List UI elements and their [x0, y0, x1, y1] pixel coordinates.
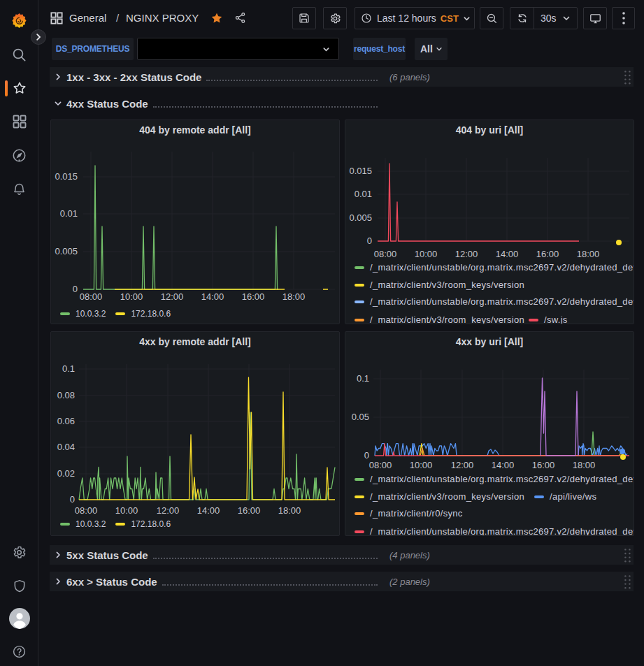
svg-text:10:00: 10:00 [415, 249, 438, 259]
svg-text:12:00: 12:00 [161, 291, 184, 302]
svg-text:14:00: 14:00 [496, 249, 519, 259]
svg-text:0: 0 [70, 494, 75, 505]
svg-text:16:00: 16:00 [532, 460, 555, 470]
svg-text:0.005: 0.005 [55, 246, 78, 256]
svg-text:0.005: 0.005 [349, 212, 372, 223]
svg-text:0: 0 [73, 284, 78, 294]
svg-text:0.08: 0.08 [57, 390, 75, 400]
svg-text:08:00: 08:00 [75, 505, 98, 516]
svg-text:10:00: 10:00 [120, 291, 143, 302]
svg-text:18:00: 18:00 [573, 460, 596, 470]
svg-text:10:00: 10:00 [410, 460, 433, 470]
svg-text:12:00: 12:00 [157, 505, 180, 516]
svg-text:12:00: 12:00 [451, 460, 474, 470]
svg-text:0.01: 0.01 [60, 208, 78, 219]
svg-text:16:00: 16:00 [242, 291, 265, 302]
svg-text:08:00: 08:00 [374, 249, 397, 259]
svg-text:16:00: 16:00 [536, 249, 559, 259]
svg-text:14:00: 14:00 [492, 460, 515, 470]
svg-text:18:00: 18:00 [278, 505, 301, 516]
svg-text:14:00: 14:00 [201, 291, 224, 302]
svg-text:0.02: 0.02 [57, 468, 75, 479]
svg-text:0.015: 0.015 [55, 171, 78, 182]
svg-text:12:00: 12:00 [455, 249, 478, 259]
svg-text:10:00: 10:00 [115, 505, 138, 516]
svg-text:18:00: 18:00 [282, 291, 306, 302]
svg-text:0.1: 0.1 [357, 373, 369, 384]
svg-text:0.05: 0.05 [352, 412, 369, 422]
svg-text:18:00: 18:00 [577, 249, 600, 259]
svg-text:0.04: 0.04 [57, 442, 75, 452]
svg-text:08:00: 08:00 [369, 460, 392, 470]
svg-text:0: 0 [364, 450, 369, 461]
svg-text:0.1: 0.1 [62, 363, 75, 374]
svg-text:0.015: 0.015 [349, 166, 372, 176]
svg-text:08:00: 08:00 [80, 291, 103, 302]
svg-text:0: 0 [367, 236, 372, 246]
svg-text:0.01: 0.01 [355, 189, 372, 199]
svg-text:14:00: 14:00 [197, 505, 220, 516]
svg-text:16:00: 16:00 [238, 505, 261, 516]
svg-text:0.06: 0.06 [57, 416, 75, 426]
